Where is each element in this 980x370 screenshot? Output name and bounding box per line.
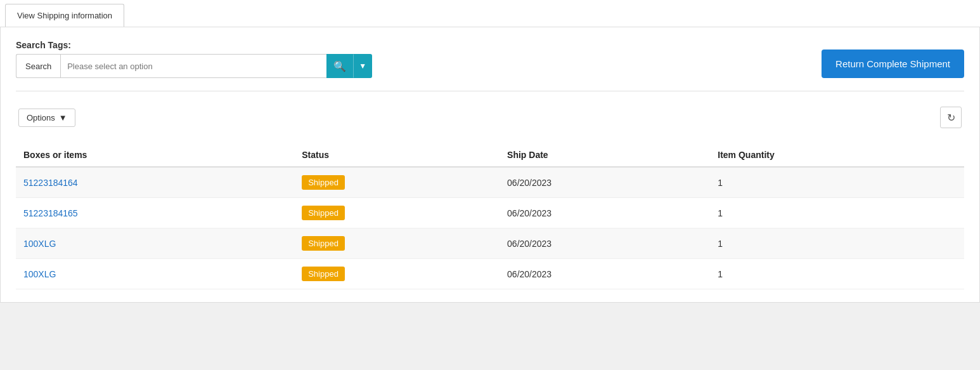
table-body: 51223184164 Shipped 06/20/2023 1 5122318… <box>16 167 964 289</box>
section-divider <box>16 91 964 91</box>
col-status: Status <box>294 143 500 167</box>
item-link[interactable]: 51223184164 <box>23 178 78 188</box>
cell-quantity: 1 <box>710 198 964 228</box>
cell-item-id: 100XLG <box>16 259 294 289</box>
cell-ship-date: 06/20/2023 <box>500 167 710 198</box>
search-input-row: Search 🔍 ▼ <box>16 54 372 78</box>
search-left: Search Tags: Search 🔍 ▼ <box>16 40 372 78</box>
cell-quantity: 1 <box>710 259 964 289</box>
table-header: Boxes or items Status Ship Date Item Qua… <box>16 143 964 167</box>
cell-item-id: 51223184165 <box>16 198 294 228</box>
refresh-icon: ↻ <box>947 112 955 124</box>
table-row: 51223184165 Shipped 06/20/2023 1 <box>16 198 964 228</box>
refresh-button[interactable]: ↻ <box>940 107 962 128</box>
table-header-row: Boxes or items Status Ship Date Item Qua… <box>16 143 964 167</box>
return-button-label: Return Complete Shipment <box>835 58 950 69</box>
item-link[interactable]: 100XLG <box>23 239 56 249</box>
cell-quantity: 1 <box>710 167 964 198</box>
cell-quantity: 1 <box>710 228 964 259</box>
tab-bar: View Shipping information <box>0 0 980 27</box>
cell-item-id: 51223184164 <box>16 167 294 198</box>
table-row: 100XLG Shipped 06/20/2023 1 <box>16 228 964 259</box>
tab-label: View Shipping information <box>17 11 112 20</box>
table-row: 100XLG Shipped 06/20/2023 1 <box>16 259 964 289</box>
shipped-badge: Shipped <box>302 236 345 251</box>
item-link[interactable]: 51223184165 <box>23 208 78 218</box>
page-wrapper: View Shipping information Search Tags: S… <box>0 0 980 370</box>
search-icon-btn[interactable]: 🔍 <box>326 54 353 78</box>
options-bar: Options ▼ ↻ <box>16 102 964 133</box>
tab-view-shipping[interactable]: View Shipping information <box>5 4 124 27</box>
cell-ship-date: 06/20/2023 <box>500 228 710 259</box>
options-button-label: Options <box>27 113 55 122</box>
col-item-quantity: Item Quantity <box>710 143 964 167</box>
search-dropdown-arrow[interactable]: ▼ <box>353 54 372 78</box>
cell-status: Shipped <box>294 167 500 198</box>
cell-status: Shipped <box>294 259 500 289</box>
shipped-badge: Shipped <box>302 175 345 190</box>
options-button[interactable]: Options ▼ <box>18 109 75 127</box>
shipment-table: Boxes or items Status Ship Date Item Qua… <box>16 143 964 289</box>
cell-status: Shipped <box>294 198 500 228</box>
shipped-badge: Shipped <box>302 267 345 281</box>
cell-status: Shipped <box>294 228 500 259</box>
search-button[interactable]: Search <box>16 54 60 78</box>
item-link[interactable]: 100XLG <box>23 269 56 279</box>
cell-item-id: 100XLG <box>16 228 294 259</box>
col-ship-date: Ship Date <box>500 143 710 167</box>
search-input[interactable] <box>60 54 326 78</box>
search-tags-label: Search Tags: <box>16 40 372 50</box>
search-section: Search Tags: Search 🔍 ▼ Return Complete … <box>16 40 964 78</box>
cell-ship-date: 06/20/2023 <box>500 198 710 228</box>
search-button-label: Search <box>25 62 51 71</box>
return-complete-shipment-button[interactable]: Return Complete Shipment <box>822 50 964 78</box>
options-chevron-icon: ▼ <box>59 113 67 122</box>
main-content: Search Tags: Search 🔍 ▼ Return Complete … <box>0 27 980 303</box>
shipped-badge: Shipped <box>302 206 345 220</box>
chevron-down-icon: ▼ <box>359 62 366 70</box>
col-boxes-items: Boxes or items <box>16 143 294 167</box>
cell-ship-date: 06/20/2023 <box>500 259 710 289</box>
search-mag-icon: 🔍 <box>333 60 346 72</box>
table-row: 51223184164 Shipped 06/20/2023 1 <box>16 167 964 198</box>
